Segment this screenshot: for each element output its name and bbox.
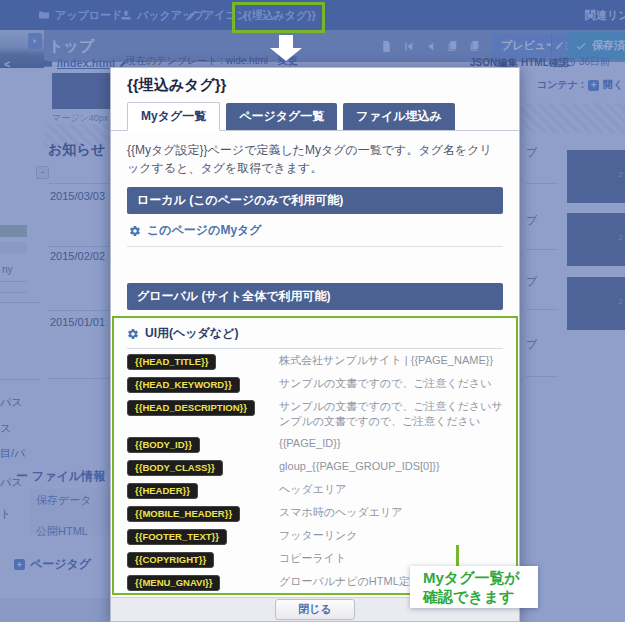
tab-pagetag-list[interactable]: ページタグ一覧 bbox=[226, 103, 337, 130]
callout-text-line1: Myタグ一覧が bbox=[423, 569, 538, 588]
mytag-chip-cell: {{BODY_ID}} bbox=[127, 434, 279, 453]
local-mytag-link[interactable]: このページのMyタグ bbox=[127, 214, 503, 247]
mytag-description: 株式会社サンプルサイト | {{PAGE_NAME}} bbox=[279, 351, 493, 368]
ui-group-label: UI用(ヘッダなど) bbox=[145, 325, 238, 342]
mytag-row: {{BODY_CLASS}}gloup_{{PAGE_GROUP_IDS[0]}… bbox=[127, 455, 503, 478]
mytag-row: {{HEAD_KEYWORD}}サンプルの文書ですので、ご注意ください bbox=[127, 372, 503, 395]
mytag-chip-cell: {{HEAD_DESCRIPTION}} bbox=[127, 397, 279, 416]
mytag-chip[interactable]: {{MENU_GNAVI}} bbox=[127, 575, 220, 591]
tab-mytag-list[interactable]: Myタグ一覧 bbox=[127, 102, 220, 131]
local-section-header: ローカル (このページのみで利用可能) bbox=[127, 187, 503, 214]
mytag-description: ヘッダエリア bbox=[279, 480, 347, 497]
mytag-chip[interactable]: {{FOOTER_TEXT}} bbox=[127, 529, 227, 545]
mytag-row: {{FOOTER_TEXT}}フッターリンク bbox=[127, 524, 503, 547]
mytag-description: {{PAGE_ID}} bbox=[279, 434, 341, 451]
close-button[interactable]: 閉じる bbox=[275, 599, 355, 620]
mytag-chip-cell: {{HEAD_KEYWORD}} bbox=[127, 374, 279, 393]
mytag-row: {{MOBILE_HEADER}}スマホ時のヘッダエリア bbox=[127, 501, 503, 524]
mytag-description: コピーライト bbox=[279, 549, 346, 566]
gear-icon bbox=[129, 225, 141, 237]
modal-tabs: Myタグ一覧 ページタグ一覧 ファイル埋込み bbox=[111, 102, 519, 131]
mytag-description: グローバルナビのHTML定義 bbox=[279, 572, 421, 589]
mytag-chip-cell: {{MOBILE_HEADER}} bbox=[127, 503, 279, 522]
embed-tag-modal: {{埋込みタグ}} Myタグ一覧 ページタグ一覧 ファイル埋込み {{Myタグ設… bbox=[110, 67, 520, 622]
annotation-callout: Myタグ一覧が 確認できます bbox=[410, 566, 538, 608]
annotation-arrow bbox=[279, 35, 293, 48]
mytag-chip-cell: {{BODY_CLASS}} bbox=[127, 457, 279, 476]
mytag-chip[interactable]: {{COPYRIGHT}} bbox=[127, 552, 214, 568]
mytag-row: {{HEAD_TITLE}}株式会社サンプルサイト | {{PAGE_NAME}… bbox=[127, 349, 503, 372]
mytag-chip-cell: {{MENU_GNAVI}} bbox=[127, 572, 279, 591]
mytag-description: スマホ時のヘッダエリア bbox=[279, 503, 403, 520]
tab-file-embed[interactable]: ファイル埋込み bbox=[343, 103, 454, 130]
callout-text-line2: 確認できます bbox=[423, 588, 538, 607]
mytag-chip[interactable]: {{HEAD_DESCRIPTION}} bbox=[127, 400, 255, 416]
mytag-chip[interactable]: {{HEADER}} bbox=[127, 483, 198, 499]
mytag-row: {{HEADER}}ヘッダエリア bbox=[127, 478, 503, 501]
annotation-connector-line bbox=[456, 545, 459, 567]
app-screen: アップロード バックアップ アイコン {{埋込みタグ}} 関連リン トップ プレ… bbox=[0, 0, 625, 622]
mytag-chip[interactable]: {{BODY_ID}} bbox=[127, 437, 200, 453]
mytag-list-highlighted: {{HEAD_TITLE}}株式会社サンプルサイト | {{PAGE_NAME}… bbox=[127, 349, 503, 593]
modal-description: {{Myタグ設定}}ページで定義したMyタグの一覧です。タグ名をクリックすると、… bbox=[127, 141, 503, 177]
mytag-description: gloup_{{PAGE_GROUP_IDS[0]}} bbox=[279, 457, 440, 474]
mytag-chip-cell: {{HEADER}} bbox=[127, 480, 279, 499]
mytag-chip[interactable]: {{HEAD_TITLE}} bbox=[127, 354, 216, 370]
global-section-header: グローバル (サイト全体で利用可能) bbox=[127, 283, 503, 310]
mytag-chip-cell: {{COPYRIGHT}} bbox=[127, 549, 279, 568]
mytag-chip-cell: {{HEAD_TITLE}} bbox=[127, 351, 279, 370]
annotation-arrow-head bbox=[270, 48, 302, 61]
mytag-description: サンプルの文書ですので、ご注意ください bbox=[279, 374, 492, 391]
mytag-description: フッターリンク bbox=[279, 526, 358, 543]
mytag-description: サンプルの文書ですので、ご注意くださいサンプルの文書ですので、ご注意ください bbox=[279, 397, 503, 430]
mytag-row: {{BODY_ID}}{{PAGE_ID}} bbox=[127, 432, 503, 455]
mytag-chip[interactable]: {{MOBILE_HEADER}} bbox=[127, 506, 240, 522]
mytag-chip-cell: {{FOOTER_TEXT}} bbox=[127, 526, 279, 545]
mytag-chip[interactable]: {{HEAD_KEYWORD}} bbox=[127, 377, 240, 393]
mytag-chip[interactable]: {{BODY_CLASS}} bbox=[127, 460, 223, 476]
ui-group-header: UI用(ヘッダなど) bbox=[127, 318, 503, 349]
spacer bbox=[127, 247, 503, 283]
modal-title: {{埋込みタグ}} bbox=[111, 68, 519, 100]
mytag-row: {{HEAD_DESCRIPTION}}サンプルの文書ですので、ご注意くださいサ… bbox=[127, 395, 503, 432]
annotation-toolbar-highlight bbox=[232, 2, 325, 33]
gear-icon bbox=[127, 328, 139, 340]
local-mytag-link-label: このページのMyタグ bbox=[147, 222, 262, 239]
